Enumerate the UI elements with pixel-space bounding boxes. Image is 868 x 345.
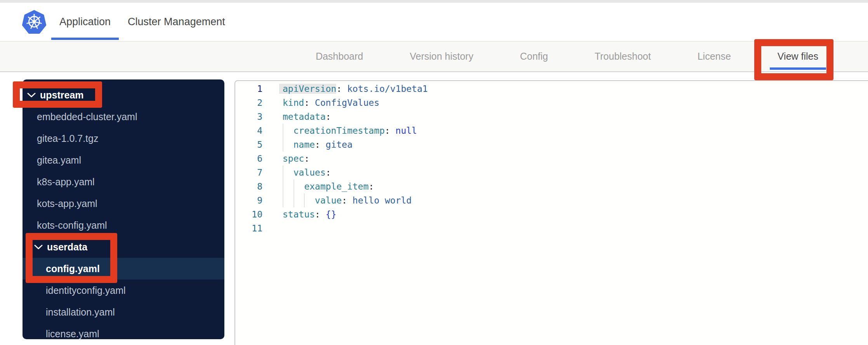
file-gitea-yaml[interactable]: gitea.yaml	[23, 149, 224, 171]
file-license-yaml[interactable]: license.yaml	[23, 323, 224, 339]
file-config-yaml[interactable]: config.yaml	[23, 258, 224, 279]
indent-guide	[293, 179, 294, 193]
file-installation-yaml[interactable]: installation.yaml	[23, 301, 224, 323]
code-line-11: 11	[235, 221, 868, 235]
primary-nav-tabs: Application Cluster Management	[51, 3, 233, 41]
folder-userdata[interactable]: userdata	[23, 236, 224, 258]
file-kots-app-yaml[interactable]: kots-app.yaml	[23, 193, 224, 214]
code-line-10: 10status: {}	[235, 207, 868, 221]
file-tree-sidebar: upstreamembedded-cluster.yamlgitea-1.0.7…	[23, 79, 224, 339]
tab-dashboard[interactable]: Dashboard	[316, 41, 363, 71]
line-number: 8	[235, 179, 262, 193]
file-label: embedded-cluster.yaml	[37, 111, 137, 122]
app-section-nav: DashboardVersion historyConfigTroublesho…	[0, 41, 868, 72]
chevron-down-icon	[27, 93, 36, 98]
line-number: 2	[235, 96, 262, 110]
indent-guide	[293, 193, 294, 207]
line-number: 3	[235, 110, 262, 124]
tab-license[interactable]: License	[698, 41, 731, 71]
code-line-content: kind: ConfigValues	[283, 96, 379, 110]
code-line-content: status: {}	[283, 207, 337, 221]
file-k8s-app-yaml[interactable]: k8s-app.yaml	[23, 171, 224, 193]
kubernetes-logo-icon	[22, 10, 47, 34]
file-label: license.yaml	[46, 328, 99, 340]
file-gitea-1-0-7-tgz[interactable]: gitea-1.0.7.tgz	[23, 128, 224, 149]
file-label: kots-config.yaml	[37, 220, 107, 231]
file-label: gitea.yaml	[37, 155, 81, 166]
code-line-content: example_item:	[283, 179, 374, 193]
line-number: 6	[235, 152, 262, 166]
line-number: 7	[235, 166, 262, 179]
code-line-content: metadata:	[283, 110, 331, 124]
file-label: config.yaml	[46, 263, 100, 274]
tab-config[interactable]: Config	[520, 41, 548, 71]
file-identityconfig-yaml[interactable]: identityconfig.yaml	[23, 279, 224, 301]
indent-guide	[283, 193, 283, 207]
indent-guide	[304, 193, 305, 207]
tab-application[interactable]: Application	[51, 3, 119, 41]
code-lines: 1apiVersion: kots.io/v1beta12kind: Confi…	[235, 82, 868, 235]
file-embedded-cluster-yaml[interactable]: embedded-cluster.yaml	[23, 106, 224, 128]
tab-version-history[interactable]: Version history	[410, 41, 473, 71]
code-line-1: 1apiVersion: kots.io/v1beta1	[235, 82, 868, 96]
folder-label: upstream	[40, 90, 84, 101]
code-line-9: 9value: hello world	[235, 193, 868, 207]
folder-upstream[interactable]: upstream	[23, 84, 224, 106]
code-line-8: 8example_item:	[235, 179, 868, 193]
tab-troubleshoot[interactable]: Troubleshoot	[595, 41, 651, 71]
window-top-strip	[0, 0, 868, 3]
chevron-down-icon	[34, 245, 43, 250]
file-label: kots-app.yaml	[37, 198, 97, 209]
indent-guide	[283, 166, 283, 179]
file-label: installation.yaml	[46, 307, 115, 318]
code-editor[interactable]: 1apiVersion: kots.io/v1beta12kind: Confi…	[234, 80, 868, 345]
file-label: gitea-1.0.7.tgz	[37, 133, 98, 144]
line-number: 11	[235, 221, 262, 235]
file-label: identityconfig.yaml	[46, 285, 126, 296]
indent-guide	[283, 124, 283, 138]
code-line-6: 6spec:	[235, 152, 868, 166]
code-line-content: name: gitea	[283, 138, 352, 152]
line-number: 1	[235, 82, 262, 96]
file-label: k8s-app.yaml	[37, 176, 95, 188]
folder-label: userdata	[47, 242, 87, 253]
primary-navbar: Application Cluster Management	[0, 3, 868, 41]
indent-guide	[283, 138, 283, 152]
tab-cluster-management[interactable]: Cluster Management	[120, 3, 233, 41]
line-number: 10	[235, 207, 262, 221]
code-line-content: creationTimestamp: null	[283, 124, 417, 138]
code-line-4: 4creationTimestamp: null	[235, 124, 868, 138]
file-kots-config-yaml[interactable]: kots-config.yaml	[23, 214, 224, 236]
code-line-5: 5name: gitea	[235, 138, 868, 152]
code-line-content: value: hello world	[283, 193, 411, 207]
code-line-content: values:	[283, 166, 331, 179]
indent-guide	[283, 179, 283, 193]
line-number: 9	[235, 193, 262, 207]
code-line-2: 2kind: ConfigValues	[235, 96, 868, 110]
tab-view-files[interactable]: View files	[778, 41, 818, 71]
code-line-content: spec:	[283, 152, 309, 166]
code-line-content: apiVersion: kots.io/v1beta1	[283, 82, 428, 96]
line-number: 5	[235, 138, 262, 152]
code-line-3: 3metadata:	[235, 110, 868, 124]
line-number: 4	[235, 124, 262, 138]
code-line-7: 7values:	[235, 166, 868, 179]
